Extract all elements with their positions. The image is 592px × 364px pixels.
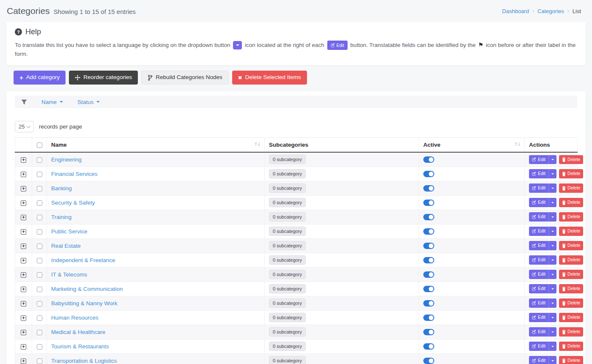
delete-button[interactable]: Delete [559, 169, 583, 178]
active-toggle[interactable] [423, 228, 434, 235]
delete-button[interactable]: Delete [559, 327, 583, 337]
row-checkbox[interactable] [37, 287, 42, 292]
per-page-select[interactable]: 25 [15, 121, 34, 132]
row-checkbox[interactable] [37, 258, 42, 263]
edit-button[interactable]: Edit [529, 327, 548, 337]
edit-button[interactable]: Edit [529, 342, 548, 351]
edit-dropdown-toggle[interactable] [548, 255, 556, 265]
expand-row-icon[interactable] [21, 186, 26, 192]
edit-button[interactable]: Edit [529, 241, 548, 250]
category-link[interactable]: Human Resources [51, 315, 99, 321]
edit-dropdown-toggle[interactable] [548, 169, 556, 178]
edit-button[interactable]: Edit [529, 183, 548, 193]
rebuild-nodes-button[interactable]: Rebuild Categories Nodes [141, 71, 229, 85]
active-toggle[interactable] [423, 185, 434, 192]
name-column-header[interactable]: Name ↑↓ [47, 138, 265, 153]
expand-row-icon[interactable] [21, 258, 26, 263]
active-toggle[interactable] [423, 214, 434, 220]
delete-button[interactable]: Delete [559, 212, 583, 222]
expand-row-icon[interactable] [21, 200, 26, 206]
reorder-categories-button[interactable]: Reorder categories [69, 71, 138, 85]
expand-row-icon[interactable] [21, 244, 26, 249]
active-toggle[interactable] [423, 286, 434, 292]
active-toggle[interactable] [423, 271, 434, 278]
category-link[interactable]: Training [51, 214, 71, 220]
category-link[interactable]: Banking [51, 185, 72, 192]
delete-button[interactable]: Delete [559, 255, 583, 265]
delete-button[interactable]: Delete [559, 270, 583, 279]
edit-dropdown-toggle[interactable] [548, 313, 556, 322]
expand-row-icon[interactable] [21, 301, 26, 307]
breadcrumb-dashboard[interactable]: Dashboard [502, 8, 529, 14]
active-toggle[interactable] [423, 300, 434, 307]
edit-button[interactable]: Edit [529, 313, 548, 322]
expand-row-icon[interactable] [21, 229, 26, 235]
edit-dropdown-toggle[interactable] [548, 327, 556, 337]
edit-dropdown-toggle[interactable] [548, 356, 556, 364]
edit-dropdown-toggle[interactable] [548, 198, 556, 207]
edit-button[interactable]: Edit [529, 298, 548, 308]
active-toggle[interactable] [423, 315, 434, 321]
active-column-header[interactable]: Active ↑↓ [419, 138, 525, 153]
category-link[interactable]: Public Service [51, 228, 88, 235]
delete-selected-button[interactable]: ✖ Delete Selected Items [232, 71, 307, 85]
row-checkbox[interactable] [37, 200, 42, 206]
active-toggle[interactable] [423, 243, 434, 249]
edit-dropdown-toggle[interactable] [548, 284, 556, 293]
edit-button[interactable]: Edit [529, 227, 548, 236]
active-toggle[interactable] [423, 156, 434, 163]
edit-button[interactable]: Edit [529, 356, 548, 364]
delete-button[interactable]: Delete [559, 298, 583, 308]
row-checkbox[interactable] [37, 157, 42, 163]
category-link[interactable]: Engineering [51, 156, 82, 163]
expand-row-icon[interactable] [21, 330, 26, 335]
edit-dropdown-toggle[interactable] [548, 212, 556, 222]
edit-button[interactable]: Edit [529, 198, 548, 207]
active-toggle[interactable] [423, 343, 434, 350]
edit-button[interactable]: Edit [529, 284, 548, 293]
filter-status-dropdown[interactable]: Status [77, 99, 100, 105]
edit-button[interactable]: Edit [529, 212, 548, 222]
active-toggle[interactable] [423, 200, 434, 206]
add-category-button[interactable]: + Add category [14, 71, 66, 85]
edit-button[interactable]: Edit [529, 255, 548, 265]
edit-button[interactable]: Edit [529, 155, 548, 164]
row-checkbox[interactable] [37, 172, 42, 177]
category-link[interactable]: Babysitting & Nanny Work [51, 300, 118, 307]
edit-dropdown-toggle[interactable] [548, 298, 556, 308]
edit-dropdown-toggle[interactable] [548, 241, 556, 250]
row-checkbox[interactable] [37, 330, 42, 335]
edit-dropdown-toggle[interactable] [548, 183, 556, 193]
active-toggle[interactable] [423, 171, 434, 177]
delete-button[interactable]: Delete [559, 198, 583, 207]
category-link[interactable]: Financial Services [51, 171, 98, 177]
category-link[interactable]: Tourism & Restaurants [51, 343, 109, 350]
expand-row-icon[interactable] [21, 272, 26, 278]
row-checkbox[interactable] [37, 215, 42, 220]
delete-button[interactable]: Delete [559, 155, 583, 164]
delete-button[interactable]: Delete [559, 342, 583, 351]
category-link[interactable]: Security & Safety [51, 200, 95, 206]
active-toggle[interactable] [423, 358, 434, 364]
category-link[interactable]: Marketing & Communication [51, 286, 123, 292]
expand-row-icon[interactable] [21, 157, 26, 163]
edit-button[interactable]: Edit [529, 270, 548, 279]
delete-button[interactable]: Delete [559, 284, 583, 293]
category-link[interactable]: Transportation & Logistics [51, 358, 117, 364]
category-link[interactable]: IT & Telecoms [51, 271, 87, 278]
active-toggle[interactable] [423, 329, 434, 335]
expand-row-icon[interactable] [21, 172, 26, 177]
row-checkbox[interactable] [37, 244, 42, 249]
delete-button[interactable]: Delete [559, 356, 583, 364]
row-checkbox[interactable] [37, 272, 42, 278]
row-checkbox[interactable] [37, 229, 42, 235]
select-all-checkbox[interactable] [37, 142, 42, 148]
category-link[interactable]: Real Estate [51, 243, 81, 249]
expand-row-icon[interactable] [21, 315, 26, 321]
expand-row-icon[interactable] [21, 287, 26, 292]
row-checkbox[interactable] [37, 359, 42, 364]
row-checkbox[interactable] [37, 301, 42, 307]
category-link[interactable]: Independent & Freelance [51, 257, 115, 263]
delete-button[interactable]: Delete [559, 227, 583, 236]
delete-button[interactable]: Delete [559, 241, 583, 250]
